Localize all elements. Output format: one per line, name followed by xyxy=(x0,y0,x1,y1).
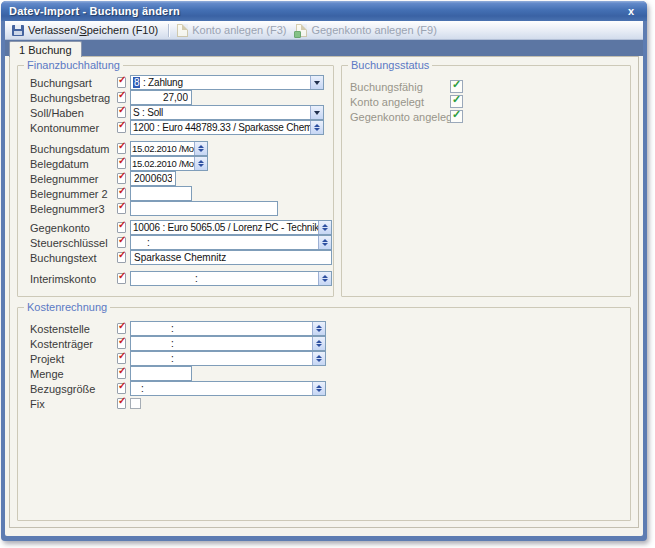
apply-checkbox-icon[interactable]: ✓ xyxy=(117,273,126,284)
field-row-buchungsart: Buchungsart✓8 : Zahlung xyxy=(18,75,333,90)
field-row-buchungstext: Buchungstext✓ xyxy=(18,250,333,265)
tab-strip: 1 Buchung xyxy=(5,40,643,56)
red-check-glyph: ✓ xyxy=(118,351,126,361)
red-check-glyph: ✓ xyxy=(118,201,126,211)
field-row-fix: Fix✓ xyxy=(18,396,630,411)
apply-checkbox-icon[interactable]: ✓ xyxy=(117,252,126,263)
field-row-kontonummer: Kontonummer✓1200 : Euro 448789.33 / Spar… xyxy=(18,120,333,135)
red-check-glyph: ✓ xyxy=(118,366,126,376)
apply-checkbox-icon[interactable]: ✓ xyxy=(117,368,126,379)
label-bezugsgroesse: Bezugsgröße xyxy=(30,383,117,395)
date-spinner-arrows-icon[interactable] xyxy=(194,142,207,155)
buchungsart-dropdown[interactable]: 8 : Zahlung xyxy=(130,75,324,90)
spinner-arrows-icon[interactable] xyxy=(312,337,325,350)
menge-input[interactable] xyxy=(130,366,192,381)
fix-checkbox[interactable] xyxy=(130,398,141,409)
apply-checkbox-icon[interactable]: ✓ xyxy=(117,173,126,184)
kontonummer-spinner-field[interactable]: 1200 : Euro 448789.33 / Sparkasse Chemni… xyxy=(130,120,324,135)
kostenstelle-spinner-field[interactable]: : xyxy=(130,321,326,336)
field-value: : xyxy=(131,337,312,350)
buchungsfaehig-checkbox[interactable]: ✓ xyxy=(450,80,463,93)
red-check-glyph: ✓ xyxy=(118,381,126,391)
belegnummer-input[interactable] xyxy=(130,171,176,186)
spinner-arrows-icon[interactable] xyxy=(318,236,331,249)
label-belegnummer: Belegnummer xyxy=(30,173,117,185)
apply-checkbox-icon[interactable]: ✓ xyxy=(117,222,126,233)
field-row-soll_haben: Soll/Haben✓S : Soll xyxy=(18,105,333,120)
toolbar: Verlassen/Speichern (F10) Konto anlegen … xyxy=(5,21,643,40)
field-value: : xyxy=(131,236,318,249)
group-finanzbuchhaltung: Finanzbuchhaltung Buchungsart✓8 : Zahlun… xyxy=(17,65,334,297)
red-check-glyph: ✓ xyxy=(118,75,126,85)
gegenkonto_angelegt-checkbox[interactable]: ✓ xyxy=(450,110,463,123)
apply-checkbox-icon[interactable]: ✓ xyxy=(117,353,126,364)
spinner-arrows-icon[interactable] xyxy=(318,221,331,234)
date-spinner-arrows-icon[interactable] xyxy=(194,157,207,170)
titlebar[interactable]: Datev-Import - Buchung ändern x xyxy=(1,1,647,21)
status-row-gegenkonto_angelegt: Gegenkonto angelegt✓ xyxy=(342,109,630,124)
belegnummer3-input[interactable] xyxy=(130,201,278,216)
spinner-arrows-icon[interactable] xyxy=(312,322,325,335)
spinner-arrows-icon[interactable] xyxy=(318,272,331,285)
label-belegdatum: Belegdatum xyxy=(30,158,117,170)
field-value: 10006 : Euro 5065.05 / Lorenz PC - Techn… xyxy=(131,221,318,234)
bezugsgroesse-spinner-field[interactable]: : xyxy=(130,381,326,396)
apply-checkbox-icon[interactable]: ✓ xyxy=(117,188,126,199)
belegnummer2-input[interactable] xyxy=(130,186,192,201)
close-icon[interactable]: x xyxy=(623,4,639,18)
gegenkonto-spinner-field[interactable]: 10006 : Euro 5065.05 / Lorenz PC - Techn… xyxy=(130,220,332,235)
create-account-button[interactable]: Konto anlegen (F3) xyxy=(173,23,292,38)
soll_haben-dropdown[interactable]: S : Soll xyxy=(130,105,324,120)
apply-checkbox-icon[interactable]: ✓ xyxy=(117,338,126,349)
field-value: : xyxy=(131,272,318,285)
create-contra-account-button[interactable]: Gegenkonto anlegen (F9) xyxy=(292,23,442,38)
apply-checkbox-icon[interactable]: ✓ xyxy=(117,237,126,248)
label-belegnummer2: Belegnummer 2 xyxy=(30,188,117,200)
create-account-label: Konto anlegen (F3) xyxy=(192,24,286,36)
apply-checkbox-icon[interactable]: ✓ xyxy=(117,323,126,334)
toolbar-divider xyxy=(168,24,169,37)
tab-panel: Finanzbuchhaltung Buchungsart✓8 : Zahlun… xyxy=(9,56,639,528)
group-kostenrechnung: Kostenrechnung Kostenstelle✓:Kostenträge… xyxy=(17,307,631,521)
apply-checkbox-icon[interactable]: ✓ xyxy=(117,158,126,169)
spinner-arrows-icon[interactable] xyxy=(310,121,323,134)
apply-checkbox-icon[interactable]: ✓ xyxy=(117,398,126,409)
buchungsbetrag-input[interactable] xyxy=(130,90,192,105)
buchungstext-input[interactable] xyxy=(130,250,332,265)
field-row-belegnummer: Belegnummer✓ xyxy=(18,171,333,186)
apply-checkbox-icon[interactable]: ✓ xyxy=(117,107,126,118)
spinner-arrows-icon[interactable] xyxy=(312,382,325,395)
belegdatum-date-field[interactable]: 15.02.2010 /Mo xyxy=(130,156,208,171)
apply-checkbox-icon[interactable]: ✓ xyxy=(117,143,126,154)
apply-checkbox-icon[interactable]: ✓ xyxy=(117,122,126,133)
steuerschluessel-spinner-field[interactable]: : xyxy=(130,235,332,250)
konto_angelegt-checkbox[interactable]: ✓ xyxy=(450,95,463,108)
red-check-glyph: ✓ xyxy=(118,271,126,281)
red-check-glyph: ✓ xyxy=(118,235,126,245)
field-row-belegdatum: Belegdatum✓15.02.2010 /Mo xyxy=(18,156,333,171)
red-check-glyph: ✓ xyxy=(118,336,126,346)
apply-checkbox-icon[interactable]: ✓ xyxy=(117,92,126,103)
apply-checkbox-icon[interactable]: ✓ xyxy=(117,203,126,214)
red-check-glyph: ✓ xyxy=(118,171,126,181)
dropdown-arrow-icon[interactable] xyxy=(310,76,323,89)
field-row-belegnummer2: Belegnummer 2✓ xyxy=(18,186,333,201)
field-row-projekt: Projekt✓: xyxy=(18,351,630,366)
field-row-gegenkonto: Gegenkonto✓10006 : Euro 5065.05 / Lorenz… xyxy=(18,220,333,235)
tab-1-buchung[interactable]: 1 Buchung xyxy=(9,41,82,57)
buchungsdatum-date-field[interactable]: 15.02.2010 /Mo xyxy=(130,141,208,156)
kostentraeger-spinner-field[interactable]: : xyxy=(130,336,326,351)
apply-checkbox-icon[interactable]: ✓ xyxy=(117,77,126,88)
projekt-spinner-field[interactable]: : xyxy=(130,351,326,366)
field-row-bezugsgroesse: Bezugsgröße✓: xyxy=(18,381,630,396)
buchungsstatus-rows: Buchungsfähig✓Konto angelegt✓Gegenkonto … xyxy=(342,79,630,124)
field-row-buchungsdatum: Buchungsdatum✓15.02.2010 /Mo xyxy=(18,141,333,156)
interimskonto-spinner-field[interactable]: : xyxy=(130,271,332,286)
field-row-menge: Menge✓ xyxy=(18,366,630,381)
leave-save-button[interactable]: Verlassen/Speichern (F10) xyxy=(8,23,164,37)
label-kostenstelle: Kostenstelle xyxy=(30,323,117,335)
field-row-steuerschluessel: Steuerschlüssel✓: xyxy=(18,235,333,250)
spinner-arrows-icon[interactable] xyxy=(312,352,325,365)
dropdown-arrow-icon[interactable] xyxy=(310,106,323,119)
apply-checkbox-icon[interactable]: ✓ xyxy=(117,383,126,394)
